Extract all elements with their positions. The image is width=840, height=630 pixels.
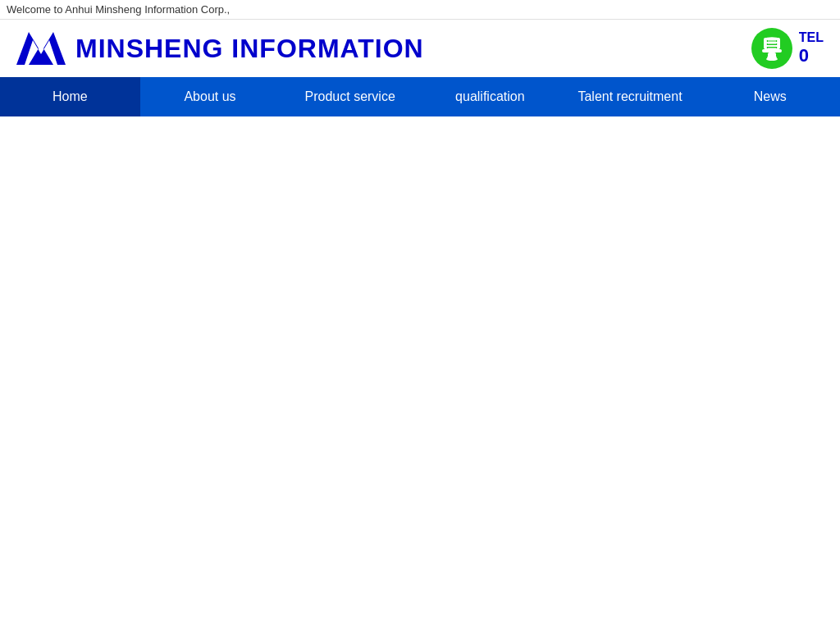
svg-point-14 — [767, 56, 777, 59]
tel-label: TEL — [799, 30, 824, 45]
welcome-text: Welcome to Anhui Minsheng Information Co… — [7, 3, 230, 16]
logo-area: MINSHENG INFORMATION — [16, 28, 424, 69]
contact-area: TEL 0 — [751, 28, 824, 69]
nav-item-product[interactable]: Product service — [280, 77, 420, 116]
logo-icon — [16, 28, 66, 69]
nav-item-news[interactable]: News — [700, 77, 840, 116]
contact-text: TEL 0 — [799, 30, 824, 66]
nav-item-home[interactable]: Home — [0, 77, 140, 116]
nav-item-qualification[interactable]: qualification — [420, 77, 560, 116]
tel-number: 0 — [799, 45, 824, 66]
main-content — [0, 116, 840, 592]
header: MINSHENG INFORMATION — [0, 20, 840, 77]
svg-rect-13 — [769, 51, 774, 56]
top-bar: Welcome to Anhui Minsheng Information Co… — [0, 0, 840, 20]
navbar: Home About us Product service qualificat… — [0, 77, 840, 116]
logo-text: MINSHENG INFORMATION — [75, 34, 424, 64]
nav-item-about[interactable]: About us — [140, 77, 281, 116]
phone-icon — [760, 36, 784, 61]
phone-icon-wrapper — [751, 28, 792, 69]
nav-item-talent[interactable]: Talent recruitment — [560, 77, 701, 116]
